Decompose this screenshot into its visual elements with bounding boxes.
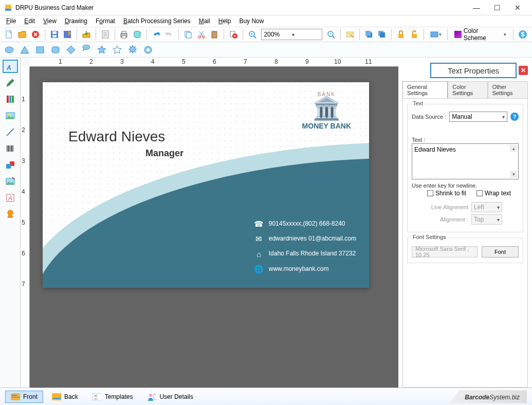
app-icon: [4, 4, 12, 12]
tool-text[interactable]: A: [3, 60, 18, 73]
menu-buynow[interactable]: Buy Now: [235, 16, 268, 26]
svg-line-30: [333, 36, 335, 38]
card-contact[interactable]: ☎90145xxxxx,(802) 668-8240 ✉edwardnieves…: [254, 216, 356, 277]
tab-general[interactable]: General Settings: [402, 81, 448, 98]
tab-color[interactable]: Color Settings: [448, 81, 487, 98]
star-outline-shape-icon[interactable]: [111, 44, 123, 56]
svg-rect-1: [5, 5, 11, 9]
print-icon[interactable]: [118, 28, 131, 41]
wrap-checkbox[interactable]: Wrap text: [476, 190, 511, 197]
export-icon[interactable]: [80, 28, 93, 41]
svg-rect-66: [12, 395, 17, 396]
database-icon[interactable]: [131, 28, 143, 41]
business-card[interactable]: Edward Nieves Manager BANK 🏛️ MONEY BANK…: [43, 82, 369, 288]
svg-rect-58: [11, 145, 12, 152]
card-role[interactable]: Manager: [145, 148, 184, 159]
cut-icon[interactable]: [195, 28, 208, 41]
roundrect-shape-icon[interactable]: [49, 44, 62, 56]
color-scheme-button[interactable]: Color Scheme▾: [451, 28, 510, 41]
menu-mail[interactable]: Mail: [195, 16, 214, 26]
data-source-combo[interactable]: Manual▾: [449, 112, 507, 122]
layout-icon[interactable]: ▾: [427, 28, 445, 41]
email-icon[interactable]: [344, 28, 356, 41]
zoom-combo[interactable]: 200%▾: [261, 29, 322, 40]
window-title: DRPU Business Card Maker: [15, 4, 466, 11]
maximize-button[interactable]: ☐: [487, 0, 507, 15]
email-icon: ✉: [254, 231, 264, 246]
menu-view[interactable]: View: [39, 16, 61, 26]
new-icon[interactable]: [3, 28, 15, 41]
save-icon[interactable]: [48, 28, 61, 41]
card-back-icon: [52, 393, 61, 400]
back-tab[interactable]: Back: [46, 391, 84, 403]
tool-watermark[interactable]: A: [3, 191, 18, 205]
page-icon[interactable]: [99, 28, 112, 41]
svg-rect-6: [52, 31, 57, 34]
user-icon: [147, 393, 156, 400]
rect-shape-icon[interactable]: [34, 44, 46, 56]
lock-icon[interactable]: [395, 28, 407, 41]
font-button[interactable]: Font: [482, 246, 519, 257]
font-display: Microsoft Sans Serif , 10.25: [412, 246, 478, 257]
bank-logo[interactable]: BANK 🏛️ MONEY BANK: [302, 91, 351, 130]
svg-rect-67: [12, 397, 20, 398]
gear-shape-icon[interactable]: [142, 44, 154, 56]
zoomin-icon[interactable]: [246, 28, 259, 41]
menu-batch[interactable]: Batch Processing Series: [119, 16, 195, 26]
tool-library[interactable]: [3, 93, 18, 106]
callout-shape-icon[interactable]: [80, 44, 93, 56]
menu-help[interactable]: Help: [214, 16, 235, 26]
templates-tab[interactable]: Templates: [87, 391, 139, 403]
burst-shape-icon[interactable]: [126, 44, 139, 56]
text-label: Text :: [412, 137, 425, 143]
text-input[interactable]: Edward Nieves ▴ ▾: [412, 143, 519, 179]
triangle-shape-icon[interactable]: [19, 44, 31, 56]
svg-rect-72: [94, 398, 97, 400]
menu-file[interactable]: File: [2, 16, 20, 26]
svg-line-26: [254, 36, 256, 38]
tool-image[interactable]: [3, 109, 18, 122]
panel-close-button[interactable]: ✕: [519, 66, 528, 75]
minimize-button[interactable]: —: [466, 0, 487, 15]
delete-icon[interactable]: [227, 28, 240, 41]
paste-icon[interactable]: [208, 28, 221, 41]
open-icon[interactable]: [16, 28, 29, 41]
svg-rect-68: [52, 393, 61, 400]
scroll-down-icon[interactable]: ▾: [510, 171, 517, 178]
tool-shapes[interactable]: [3, 158, 18, 172]
saveas-icon[interactable]: [62, 28, 74, 41]
tool-pencil[interactable]: [3, 76, 18, 89]
bring-front-icon[interactable]: [363, 28, 375, 41]
bank-building-icon: 🏛️: [302, 97, 351, 120]
svg-point-19: [198, 36, 200, 39]
diamond-shape-icon[interactable]: [65, 44, 77, 56]
phone-icon: ☎: [254, 216, 264, 231]
tool-clipart[interactable]: [3, 175, 18, 188]
tool-line[interactable]: [3, 125, 18, 139]
redo-icon[interactable]: [163, 28, 175, 41]
menu-format[interactable]: Format: [91, 16, 119, 26]
tool-custom[interactable]: [3, 208, 18, 221]
svg-rect-36: [380, 32, 385, 38]
front-tab[interactable]: Front: [5, 391, 43, 403]
currency-icon[interactable]: $: [517, 28, 529, 41]
tool-barcode[interactable]: [3, 142, 18, 155]
star-shape-icon[interactable]: [96, 44, 108, 56]
unlock-icon[interactable]: [408, 28, 420, 41]
user-details-tab[interactable]: User Details: [141, 391, 198, 403]
help-icon[interactable]: ?: [510, 113, 519, 121]
shrink-checkbox[interactable]: Shrink to fit: [427, 190, 466, 197]
send-back-icon[interactable]: [376, 28, 389, 41]
close-file-icon[interactable]: [29, 28, 42, 41]
undo-icon[interactable]: [150, 28, 162, 41]
canvas[interactable]: Edward Nieves Manager BANK 🏛️ MONEY BANK…: [30, 67, 398, 388]
copy-icon[interactable]: [182, 28, 194, 41]
menu-edit[interactable]: Edit: [20, 16, 39, 26]
close-button[interactable]: ✕: [507, 0, 528, 15]
menu-drawing[interactable]: Drawing: [61, 16, 91, 26]
zoomout-icon[interactable]: [325, 28, 338, 41]
ellipse-shape-icon[interactable]: [3, 44, 15, 56]
scroll-up-icon[interactable]: ▴: [510, 145, 517, 152]
tab-other[interactable]: Other Settings: [488, 81, 528, 98]
card-name[interactable]: Edward Nieves: [68, 128, 165, 145]
